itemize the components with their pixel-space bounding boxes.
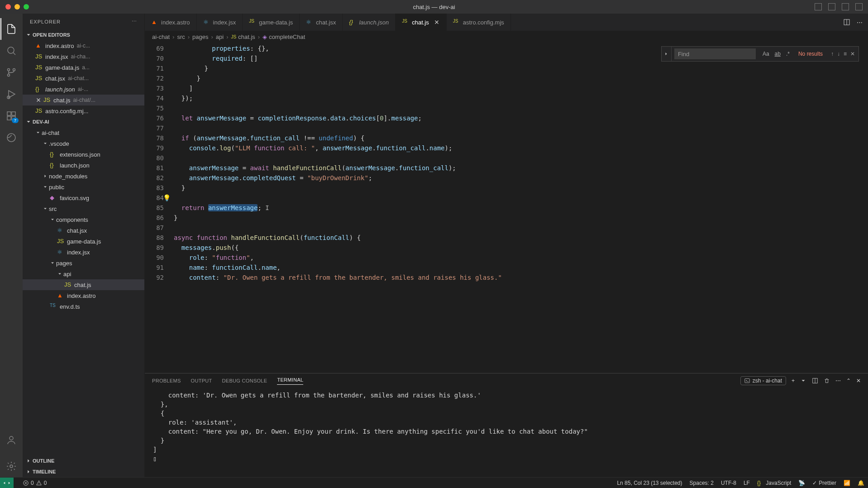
close-panel-icon[interactable]: ✕: [856, 378, 861, 384]
activity-settings[interactable]: [0, 455, 22, 477]
toggle-panel-icon[interactable]: [828, 3, 835, 10]
file-chat-jsx[interactable]: ⚛chat.jsx: [23, 225, 144, 236]
folder-node-modules[interactable]: node_modules: [23, 171, 144, 182]
breadcrumbs[interactable]: ai-chat› src› pages› api› JS chat.js› ◈ …: [145, 31, 868, 43]
file-chat-js[interactable]: JSchat.js: [23, 279, 144, 290]
code-editor[interactable]: 6970717273747576777879808182838485868788…: [145, 43, 868, 373]
split-editor-icon[interactable]: [843, 19, 850, 26]
section-open-editors[interactable]: OPEN EDITORS: [23, 29, 144, 40]
tab-chat-js[interactable]: JSchat.js: [396, 14, 447, 31]
match-case-toggle[interactable]: Aa: [761, 50, 771, 58]
activity-search[interactable]: [0, 40, 22, 62]
panel-tab-output[interactable]: OUTPUT: [191, 378, 212, 383]
panel-tab-debug[interactable]: DEBUG CONSOLE: [222, 378, 267, 383]
split-terminal-icon[interactable]: [812, 378, 818, 384]
find-next-icon[interactable]: ↓: [837, 51, 840, 57]
debug-icon: [6, 89, 17, 100]
code-content[interactable]: properties: {}, required: [] } } ] }); l…: [174, 43, 868, 373]
tab-index-astro[interactable]: ▲index.astro: [145, 14, 197, 31]
toggle-secondary-sidebar-icon[interactable]: [842, 3, 849, 10]
activity-explorer[interactable]: [0, 18, 22, 40]
activity-source-control[interactable]: [0, 62, 22, 83]
folder-public[interactable]: public: [23, 182, 144, 192]
section-timeline[interactable]: TIMELINE: [23, 466, 144, 477]
terminal-selector[interactable]: zsh - ai-chat: [740, 376, 786, 385]
file-index-astro[interactable]: ▲index.astro: [23, 290, 144, 301]
find-close-icon[interactable]: ✕: [850, 51, 855, 57]
maximize-window[interactable]: [24, 4, 29, 10]
remote-indicator[interactable]: [0, 478, 14, 488]
file-launch[interactable]: {}launch.json: [23, 160, 144, 171]
open-editor-item[interactable]: JSchat.jsai-chat/...: [23, 95, 144, 105]
crumb[interactable]: src: [177, 33, 185, 40]
more-icon[interactable]: ⋯: [857, 19, 863, 26]
open-editor-item[interactable]: JSgame-data.jsa...: [23, 62, 144, 73]
activity-edge[interactable]: [0, 127, 22, 148]
chevron-down-icon: [57, 271, 62, 277]
svg-point-0: [8, 47, 14, 53]
minimize-window[interactable]: [14, 4, 20, 10]
chevron-down-icon[interactable]: [800, 378, 806, 384]
open-editor-item[interactable]: {}launch.jsonai-...: [23, 84, 144, 95]
find-prev-icon[interactable]: ↑: [831, 51, 834, 57]
tab-astro-config[interactable]: JSastro.config.mjs: [447, 14, 511, 31]
status-encoding[interactable]: UTF-8: [721, 480, 736, 486]
file-favicon[interactable]: ◆favicon.svg: [23, 192, 144, 203]
toggle-primary-sidebar-icon[interactable]: [815, 3, 822, 10]
customize-layout-icon[interactable]: [855, 3, 863, 10]
find-input[interactable]: [674, 48, 756, 59]
status-errors[interactable]: 0 0: [23, 480, 47, 486]
folder-components[interactable]: components: [23, 214, 144, 225]
tab-game-data[interactable]: JSgame-data.js: [243, 14, 300, 31]
open-editor-item[interactable]: JSindex.jsxai-cha...: [23, 51, 144, 62]
status-prettier[interactable]: ✓ Prettier: [812, 480, 836, 486]
activity-extensions[interactable]: 7: [0, 105, 22, 127]
crumb[interactable]: pages: [192, 33, 208, 40]
activity-run-debug[interactable]: [0, 83, 22, 105]
more-icon[interactable]: ⋯: [132, 19, 137, 24]
open-editor-item[interactable]: ▲index.astroai-c...: [23, 40, 144, 51]
status-bell-icon[interactable]: 🔔: [858, 480, 864, 486]
more-icon[interactable]: ⋯: [835, 378, 841, 384]
find-in-selection-icon[interactable]: ≡: [844, 51, 847, 57]
panel-tab-problems[interactable]: PROBLEMS: [152, 378, 181, 383]
folder-ai-chat[interactable]: ai-chat: [23, 127, 144, 138]
folder-api[interactable]: api: [23, 268, 144, 279]
file-extensions[interactable]: {}extensions.json: [23, 149, 144, 160]
open-editor-item[interactable]: JSchat.jsxai-chat...: [23, 73, 144, 84]
status-eol[interactable]: LF: [744, 480, 750, 486]
file-env-dts[interactable]: TSenv.d.ts: [23, 301, 144, 312]
close-icon[interactable]: [35, 97, 42, 103]
activity-accounts[interactable]: [0, 429, 22, 451]
status-feedback-icon[interactable]: 📶: [844, 480, 850, 486]
open-editor-item[interactable]: JSastro.config.mj...: [23, 105, 144, 116]
close-icon[interactable]: [434, 19, 440, 25]
find-expand-toggle[interactable]: [662, 47, 672, 61]
file-game-data[interactable]: JSgame-data.js: [23, 236, 144, 247]
folder-pages[interactable]: pages: [23, 258, 144, 268]
folder-src[interactable]: src: [23, 203, 144, 214]
status-go-live[interactable]: 📡: [798, 480, 805, 486]
section-project[interactable]: DEV-AI: [23, 116, 144, 127]
status-indent[interactable]: Spaces: 2: [690, 480, 714, 486]
tab-chat-jsx[interactable]: ⚛chat.jsx: [300, 14, 343, 31]
crumb[interactable]: ai-chat: [152, 33, 170, 40]
match-whole-word-toggle[interactable]: ab: [773, 50, 782, 58]
section-outline[interactable]: OUTLINE: [23, 455, 144, 466]
status-language[interactable]: {} JavaScript: [757, 480, 791, 486]
tab-index-jsx[interactable]: ⚛index.jsx: [197, 14, 243, 31]
panel-tab-terminal[interactable]: TERMINAL: [277, 377, 303, 385]
kill-terminal-icon[interactable]: [824, 378, 830, 384]
regex-toggle[interactable]: .*: [785, 50, 791, 58]
maximize-panel-icon[interactable]: ⌃: [846, 378, 851, 384]
tab-launch-json[interactable]: {}launch.json: [343, 14, 396, 31]
terminal-content[interactable]: content: 'Dr. Owen gets a refill from th…: [145, 388, 868, 477]
new-terminal-icon[interactable]: +: [792, 378, 795, 384]
status-cursor[interactable]: Ln 85, Col 23 (13 selected): [617, 480, 682, 486]
folder-vscode[interactable]: .vscode: [23, 138, 144, 149]
crumb[interactable]: api: [216, 33, 224, 40]
crumb[interactable]: chat.js: [238, 33, 255, 40]
close-window[interactable]: [5, 4, 11, 10]
file-index-jsx[interactable]: ⚛index.jsx: [23, 247, 144, 258]
crumb[interactable]: completeChat: [269, 33, 305, 40]
